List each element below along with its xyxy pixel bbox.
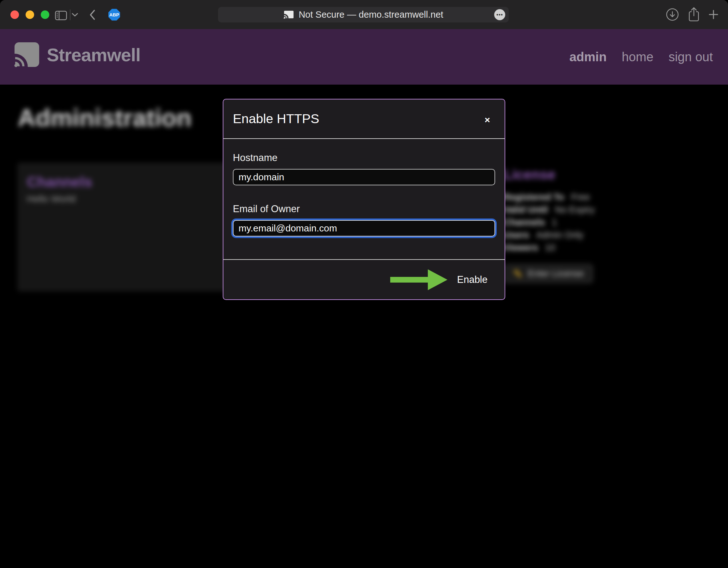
license-row: Registered ToFree <box>504 191 715 203</box>
license-row-value: Free <box>571 192 590 202</box>
channels-card-title: Channels <box>27 173 92 190</box>
license-rows: Registered ToFree Valid UntilNo Expiry C… <box>504 191 715 254</box>
license-row: UsersAdmin Only <box>504 229 715 241</box>
hostname-label: Hostname <box>233 152 277 163</box>
key-icon <box>513 269 523 279</box>
enable-button[interactable]: Enable <box>457 274 488 285</box>
ellipsis-icon: ••• <box>496 12 503 17</box>
cast-site-icon <box>283 10 294 19</box>
site-header: Streamwell admin home sign out <box>0 29 728 85</box>
page-title: Administration <box>18 104 191 132</box>
modal-footer: Enable <box>223 259 505 299</box>
back-icon[interactable] <box>89 9 95 20</box>
license-row-value: 1 <box>552 217 557 227</box>
license-row-value: No Expiry <box>555 205 595 215</box>
license-row-value: Admin Only <box>536 230 584 240</box>
close-window-button[interactable] <box>10 10 19 19</box>
license-row-value: 10 <box>545 243 555 253</box>
main-nav: admin home sign out <box>569 29 713 85</box>
license-panel-title: License <box>504 167 715 183</box>
downloads-icon[interactable] <box>666 8 679 21</box>
email-of-owner-label: Email of Owner <box>233 203 495 215</box>
license-row: Viewers10 <box>504 241 715 254</box>
modal-body: Hostname Email of Owner <box>223 139 505 259</box>
license-row-label: Channels <box>504 217 545 227</box>
abp-badge-label: ABP <box>109 12 119 17</box>
streamwell-logo-icon <box>14 42 40 68</box>
green-arrow-annotation-icon <box>390 269 447 290</box>
enable-https-modal: Enable HTTPS × Hostname Email of Owner E… <box>223 99 505 300</box>
nav-item-sign-out[interactable]: sign out <box>669 50 713 64</box>
email-of-owner-input[interactable] <box>233 220 495 237</box>
modal-title: Enable HTTPS <box>233 112 319 126</box>
channel-list-item[interactable]: Hello World <box>27 194 76 204</box>
license-row-label: Registered To <box>504 192 564 202</box>
license-row-label: Valid Until <box>504 205 548 215</box>
adblock-extension-icon[interactable]: ABP <box>108 9 120 21</box>
minimize-window-button[interactable] <box>26 10 34 19</box>
window-controls <box>10 10 49 19</box>
chevron-down-icon[interactable] <box>72 13 78 17</box>
nav-item-admin[interactable]: admin <box>569 50 607 64</box>
new-tab-icon[interactable] <box>708 9 719 20</box>
zoom-window-button[interactable] <box>41 10 49 19</box>
license-row: Channels1 <box>504 216 715 229</box>
license-row: Valid UntilNo Expiry <box>504 203 715 216</box>
page-settings-button[interactable]: ••• <box>494 9 505 20</box>
license-row-label: Viewers <box>504 243 538 253</box>
enter-license-label: Enter License <box>528 269 584 279</box>
toolbar-separator <box>70 9 70 20</box>
brand-name: Streamwell <box>47 44 140 65</box>
hostname-input[interactable] <box>233 169 495 185</box>
browser-toolbar: ABP Not Secure — demo.streamwell.net ••• <box>0 0 728 29</box>
enter-license-button[interactable]: Enter License <box>504 264 593 283</box>
license-panel: License Registered ToFree Valid UntilNo … <box>504 167 715 283</box>
nav-item-home[interactable]: home <box>622 50 653 64</box>
brand[interactable]: Streamwell <box>14 42 140 68</box>
license-row-label: Users <box>504 230 529 240</box>
share-icon[interactable] <box>688 6 700 22</box>
modal-header: Enable HTTPS × <box>223 100 505 139</box>
url-text: Not Secure — demo.streamwell.net <box>299 9 443 20</box>
close-icon[interactable]: × <box>484 115 490 125</box>
screenshot-stage: ABP Not Secure — demo.streamwell.net ••• <box>0 0 728 568</box>
address-bar[interactable]: Not Secure — demo.streamwell.net ••• <box>218 7 509 22</box>
sidebar-toggle-icon[interactable] <box>55 11 67 20</box>
